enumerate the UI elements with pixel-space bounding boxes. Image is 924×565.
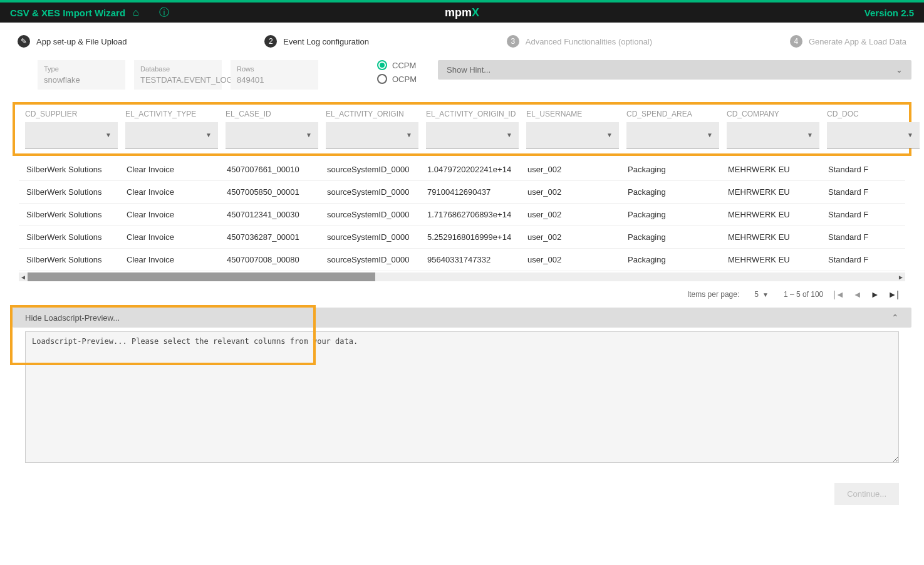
column-name: CD_COMPANY xyxy=(727,110,819,118)
logo-accent: X xyxy=(472,6,479,19)
table-cell: SilberWerk Solutions xyxy=(19,158,119,180)
table-row: SilberWerk SolutionsClear Invoice4507012… xyxy=(19,204,905,226)
table-cell: MEHRWERK EU xyxy=(720,204,821,225)
paginator: Items per page: 5 ▼ 1 – 5 of 100 |◄ ◄ ► … xyxy=(13,281,911,308)
scroll-thumb[interactable] xyxy=(28,272,375,281)
table-cell: Standard F xyxy=(821,204,921,225)
column-header: CD_COMPANY ▼ xyxy=(723,110,823,148)
chevron-down-icon: ▼ xyxy=(205,132,212,138)
table-cell: MEHRWERK EU xyxy=(720,226,821,248)
meta-database: Database TESTDATA.EVENT_LOGS. xyxy=(134,60,222,90)
table-cell: user_002 xyxy=(520,158,620,180)
page-first-icon[interactable]: |◄ xyxy=(833,289,844,299)
table-cell: user_002 xyxy=(520,181,620,203)
column-name: EL_CASE_ID xyxy=(226,110,318,118)
meta-type-value: snowflake xyxy=(44,75,119,85)
step-2[interactable]: 2 Event Log configuration xyxy=(264,35,369,48)
chevron-down-icon: ▼ xyxy=(907,132,913,138)
chevron-down-icon: ▼ xyxy=(762,291,769,298)
home-icon[interactable]: ⌂ xyxy=(133,7,139,18)
top-bar: CSV & XES Import Wizard ⌂ ⓘ mpmX Version… xyxy=(0,0,924,23)
table-cell: 4507012341_00030 xyxy=(219,204,319,225)
table-cell: MEHRWERK EU xyxy=(720,158,821,180)
column-name: EL_USERNAME xyxy=(526,110,619,118)
table-cell: sourceSystemID_0000 xyxy=(319,204,420,225)
column-mapping-select[interactable]: ▼ xyxy=(25,122,118,148)
column-name: CD_DOC xyxy=(827,110,920,118)
table-row: SilberWerk SolutionsClear Invoice4507036… xyxy=(19,226,905,249)
chevron-up-icon: ⌃ xyxy=(891,313,899,323)
table-cell: 4507007661_00010 xyxy=(219,158,319,180)
table-cell: 5.2529168016999e+14 xyxy=(420,226,520,248)
step-4[interactable]: 4 Generate App & Load Data xyxy=(790,35,906,48)
hint-expander[interactable]: Show Hint... ⌄ xyxy=(438,60,911,80)
table-cell: MEHRWERK EU xyxy=(720,249,821,271)
table-cell: sourceSystemID_0000 xyxy=(319,249,420,271)
page-prev-icon[interactable]: ◄ xyxy=(853,289,862,299)
meta-db-label: Database xyxy=(140,65,215,73)
column-mapping-select[interactable]: ▼ xyxy=(326,122,418,148)
table-cell: 1.7176862706893e+14 xyxy=(420,204,520,225)
column-mapping-highlight: CD_SUPPLIER ▼ EL_ACTIVITY_TYPE ▼ EL_CASE… xyxy=(13,102,911,156)
table-row: SilberWerk SolutionsClear Invoice4507007… xyxy=(19,249,905,271)
scroll-left-icon[interactable]: ◄ xyxy=(19,274,28,281)
table-cell: Standard F xyxy=(821,158,921,180)
table-cell: Packaging xyxy=(620,181,720,203)
column-mapping-select[interactable]: ▼ xyxy=(626,122,719,148)
step-3[interactable]: 3 Advanced Functionalities (optional) xyxy=(507,35,652,48)
table-cell: SilberWerk Solutions xyxy=(19,226,119,248)
column-mapping-select[interactable]: ▼ xyxy=(526,122,619,148)
table-row: SilberWerk SolutionsClear Invoice4507007… xyxy=(19,158,905,181)
page-last-icon[interactable]: ►| xyxy=(888,289,900,299)
table-cell: 1.0479720202241e+14 xyxy=(420,158,520,180)
radio-ocpm[interactable]: OCPM xyxy=(377,74,417,84)
column-header: EL_ACTIVITY_TYPE ▼ xyxy=(122,110,222,148)
column-name: EL_ACTIVITY_TYPE xyxy=(125,110,218,118)
info-icon[interactable]: ⓘ xyxy=(159,6,169,19)
table-cell: sourceSystemID_0000 xyxy=(319,158,420,180)
table-cell: sourceSystemID_0000 xyxy=(319,181,420,203)
table-cell: 95640331747332 xyxy=(420,249,520,271)
column-mapping-select[interactable]: ▼ xyxy=(727,122,819,148)
step-3-label: Advanced Functionalities (optional) xyxy=(526,37,652,46)
column-header: EL_ACTIVITY_ORIGIN ▼ xyxy=(322,110,422,148)
meta-db-value: TESTDATA.EVENT_LOGS. xyxy=(140,75,215,85)
table-cell: 79100412690437 xyxy=(420,181,520,203)
meta-rows-label: Rows xyxy=(237,65,312,73)
hint-label: Show Hint... xyxy=(447,65,491,75)
chevron-down-icon: ▼ xyxy=(707,132,713,138)
meta-rows-value: 849401 xyxy=(237,75,312,85)
table-cell: 4507007008_00080 xyxy=(219,249,319,271)
table-cell: Packaging xyxy=(620,226,720,248)
table-cell: Clear Invoice xyxy=(119,204,219,225)
table-cell: MEHRWERK EU xyxy=(720,181,821,203)
continue-button[interactable]: Continue... xyxy=(834,483,899,505)
table-row: SilberWerk SolutionsClear Invoice4507005… xyxy=(19,181,905,204)
items-per-page-select[interactable]: 5 ▼ xyxy=(749,288,774,301)
app-title: CSV & XES Import Wizard xyxy=(10,8,125,18)
chevron-down-icon: ▼ xyxy=(105,132,112,138)
wizard-stepper: ✎ App set-up & File Upload 2 Event Log c… xyxy=(13,35,911,48)
page-next-icon[interactable]: ► xyxy=(871,289,880,299)
radio-ccpm[interactable]: CCPM xyxy=(377,60,417,70)
loadscript-highlight xyxy=(10,305,316,365)
column-mapping-select[interactable]: ▼ xyxy=(426,122,519,148)
column-mapping-select[interactable]: ▼ xyxy=(226,122,318,148)
table-cell: user_002 xyxy=(520,204,620,225)
chevron-down-icon: ▼ xyxy=(606,132,613,138)
column-header: EL_USERNAME ▼ xyxy=(522,110,623,148)
step-4-label: Generate App & Load Data xyxy=(809,37,906,46)
column-header: EL_CASE_ID ▼ xyxy=(222,110,322,148)
column-mapping-select[interactable]: ▼ xyxy=(125,122,218,148)
column-mapping-select[interactable]: ▼ xyxy=(827,122,920,148)
horizontal-scrollbar[interactable]: ◄ ► xyxy=(19,272,905,281)
table-cell: 4507036287_00001 xyxy=(219,226,319,248)
column-name: EL_ACTIVITY_ORIGIN xyxy=(326,110,418,118)
column-name: CD_SPEND_AREA xyxy=(626,110,719,118)
table-cell: user_002 xyxy=(520,249,620,271)
logo: mpmX xyxy=(445,6,479,19)
scroll-right-icon[interactable]: ► xyxy=(896,274,905,281)
radio-ocpm-label: OCPM xyxy=(392,75,417,84)
table-cell: SilberWerk Solutions xyxy=(19,181,119,203)
step-1[interactable]: ✎ App set-up & File Upload xyxy=(18,35,127,48)
